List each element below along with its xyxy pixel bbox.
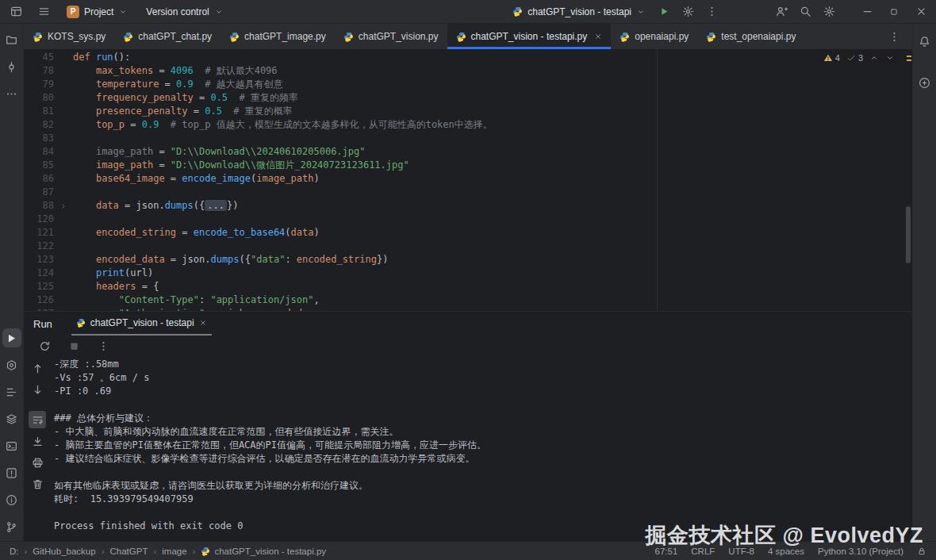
- run-tab[interactable]: chatGPT_vision - testapi: [71, 317, 212, 336]
- line-number[interactable]: 86: [24, 172, 73, 186]
- stripe-button-folder[interactable]: [2, 30, 21, 49]
- line-number[interactable]: 84: [24, 145, 73, 159]
- line-number[interactable]: 82: [24, 118, 73, 132]
- settings-button[interactable]: [819, 2, 839, 21]
- folded-region[interactable]: ...: [205, 200, 227, 211]
- stripe-button-commit[interactable]: [2, 57, 21, 76]
- tab-list-button[interactable]: [884, 27, 904, 46]
- breadcrumb-item[interactable]: chatGPT_vision - testapi.py: [201, 547, 326, 556]
- line-number[interactable]: 45: [24, 51, 73, 64]
- code-line[interactable]: max_tokens = 4096 # 默认最大4096: [73, 64, 903, 78]
- line-number[interactable]: 121: [24, 226, 73, 240]
- close-button[interactable]: [907, 0, 934, 24]
- line-number[interactable]: 80: [24, 91, 73, 105]
- code-line[interactable]: [73, 132, 903, 145]
- run-toolbar-rerun-button[interactable]: [36, 337, 53, 355]
- code-line[interactable]: image_path = "D:\\Download\\微信图片_2024072…: [73, 159, 903, 172]
- scrollbar-thumb[interactable]: [906, 206, 911, 263]
- code-line[interactable]: data = json.dumps({...}): [73, 199, 903, 213]
- run-toolbar-more-vertical-button[interactable]: [94, 337, 112, 355]
- code-line[interactable]: print(url): [73, 267, 903, 280]
- code-line[interactable]: def run():: [73, 51, 903, 64]
- inspection-warnings[interactable]: 4: [823, 53, 840, 63]
- code-line[interactable]: encoded_string = encode_to_base64(data): [73, 226, 903, 240]
- code-line[interactable]: base64_image = encode_image(image_path): [73, 172, 903, 186]
- line-number[interactable]: 87: [24, 186, 73, 199]
- ide-logo-button[interactable]: [6, 2, 26, 21]
- stripe-button-terminal[interactable]: [2, 436, 21, 455]
- line-number[interactable]: 79: [24, 78, 73, 91]
- line-number[interactable]: 78: [24, 64, 73, 78]
- stripe-button-structure[interactable]: [2, 382, 21, 401]
- fold-marker[interactable]: [54, 202, 73, 210]
- stripe-button-problems[interactable]: [2, 463, 21, 482]
- code-with-me-button[interactable]: [771, 2, 792, 21]
- minimize-button[interactable]: [854, 0, 880, 24]
- code-line[interactable]: top_p = 0.9 # top_p 值越大，模型生成的文本越多样化，从可能性…: [73, 118, 903, 132]
- breadcrumb-item[interactable]: GitHub_backup: [33, 547, 95, 556]
- line-number[interactable]: 120: [24, 213, 73, 226]
- code-line[interactable]: image_path = "D:\\Download\\202406102050…: [73, 145, 903, 159]
- tab-openaiapi-py[interactable]: openaiapi.py: [611, 24, 697, 49]
- stripe-button-play[interactable]: [2, 328, 21, 347]
- console-arrow-up-button[interactable]: [29, 359, 46, 377]
- main-menu-button[interactable]: [33, 2, 54, 21]
- line-number[interactable]: 85: [24, 159, 73, 172]
- inspection-passed[interactable]: 3: [846, 53, 863, 63]
- console-printer-button[interactable]: [29, 454, 46, 471]
- console-trash-button[interactable]: [29, 475, 46, 493]
- code-line[interactable]: presence_penalty = 0.5 # 重复的概率: [73, 105, 903, 118]
- editor-scrollbar[interactable]: [904, 49, 912, 311]
- more-actions-button[interactable]: [701, 2, 722, 21]
- next-problem-icon[interactable]: [885, 53, 895, 63]
- line-number[interactable]: 124: [24, 267, 73, 280]
- tab-chatgpt-vision-py[interactable]: chatGPT_vision.py: [335, 24, 447, 49]
- code-line[interactable]: [73, 240, 903, 253]
- console-arrow-down-button[interactable]: [29, 381, 46, 398]
- code-line[interactable]: frequency_penalty = 0.5 # 重复的频率: [73, 91, 903, 105]
- version-control-widget[interactable]: Version control: [140, 4, 228, 20]
- code-editor[interactable]: 4578798081828384858687881201211221231241…: [24, 49, 912, 311]
- code-line[interactable]: headers = {: [73, 280, 903, 293]
- tab-chatgpt-chat-py[interactable]: chatGPT_chat.py: [114, 24, 221, 49]
- tab-chatgpt-image-py[interactable]: chatGPT_image.py: [221, 24, 335, 49]
- code-line[interactable]: temperature = 0.9 # 越大越具有创意: [73, 78, 903, 91]
- tab-kots-sys-py[interactable]: KOTS_sys.py: [24, 24, 114, 49]
- line-number[interactable]: 88: [24, 199, 73, 213]
- project-widget[interactable]: P Project: [61, 3, 133, 21]
- line-number[interactable]: 122: [24, 240, 73, 253]
- line-number[interactable]: 126: [24, 293, 73, 307]
- console-output[interactable]: -深度 :.58mm-Vs :57 。6cm / s-PI :0 .69 ###…: [51, 356, 912, 541]
- line-number[interactable]: 125: [24, 280, 73, 293]
- breadcrumb-item[interactable]: D:: [10, 547, 19, 556]
- code-line[interactable]: [73, 186, 903, 199]
- tab-chatgpt-vision-testapi-py[interactable]: chatGPT_vision - testapi.py: [447, 24, 612, 49]
- console-scroll-end-button[interactable]: [29, 432, 46, 450]
- line-number[interactable]: 83: [24, 132, 73, 145]
- maximize-button[interactable]: [880, 0, 907, 24]
- stripe-button-more-horizontal[interactable]: [2, 84, 21, 103]
- run-toolbar-stop-button[interactable]: [65, 337, 82, 355]
- stripe-button-ai[interactable]: [915, 73, 934, 92]
- line-number[interactable]: 81: [24, 105, 73, 118]
- search-everywhere-button[interactable]: [795, 2, 815, 21]
- prev-problem-icon[interactable]: [869, 53, 879, 63]
- close-icon[interactable]: [594, 33, 602, 40]
- tab-test-openaiapi-py[interactable]: test_openaiapi.py: [697, 24, 804, 49]
- stripe-button-services[interactable]: [2, 355, 21, 374]
- close-run-tab-icon[interactable]: [199, 319, 207, 327]
- code-line[interactable]: [73, 213, 903, 226]
- run-button[interactable]: [654, 2, 674, 21]
- stripe-button-branch[interactable]: [2, 517, 21, 536]
- console-soft-wrap-button[interactable]: [29, 411, 46, 428]
- editor-code[interactable]: def run(): max_tokens = 4096 # 默认最大4096 …: [73, 49, 903, 311]
- run-options-button[interactable]: [677, 2, 698, 21]
- line-number[interactable]: 123: [24, 253, 73, 267]
- stripe-button-info[interactable]: [2, 490, 21, 509]
- code-line[interactable]: "Content-Type": "application/json",: [73, 293, 903, 307]
- run-config-selector[interactable]: chatGPT_vision - testapi: [508, 4, 650, 20]
- breadcrumb-item[interactable]: image: [162, 547, 186, 556]
- stripe-button-bell[interactable]: [915, 32, 934, 51]
- stripe-button-layers[interactable]: [2, 409, 21, 428]
- breadcrumb-item[interactable]: ChatGPT: [109, 547, 148, 556]
